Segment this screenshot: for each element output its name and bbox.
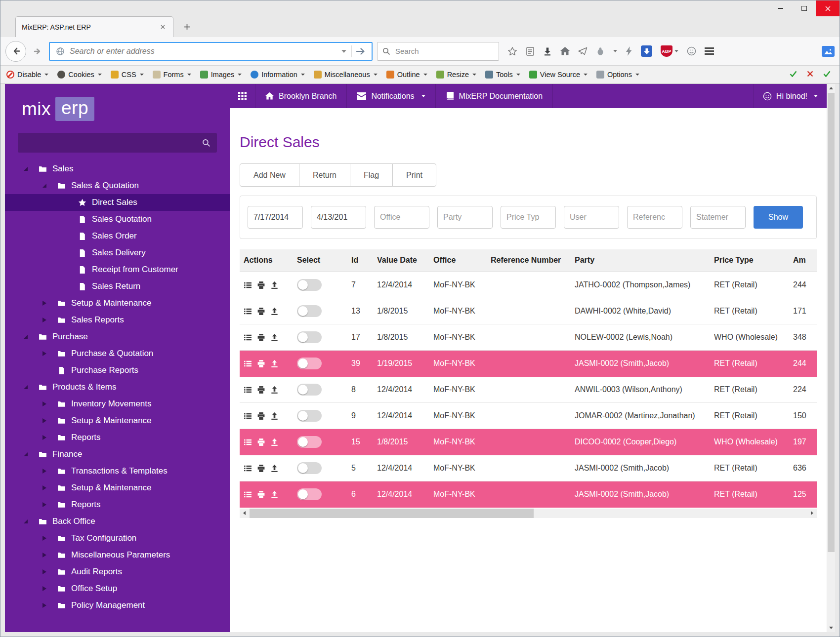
row-select-toggle[interactable] (297, 331, 322, 343)
row-select-toggle[interactable] (297, 384, 322, 396)
caret-expanded-icon[interactable] (24, 519, 39, 523)
row-select-toggle[interactable] (297, 279, 322, 291)
caret-collapsed-icon[interactable] (42, 603, 57, 608)
sidebar-item-setup-maintenance[interactable]: Setup & Maintenance (5, 295, 230, 312)
scroll-left-arrow[interactable] (240, 509, 249, 518)
action-button-print[interactable]: Print (392, 163, 436, 187)
to-date-input[interactable] (311, 206, 366, 229)
sidebar-item-sales-quotation[interactable]: Sales Quotation (5, 211, 230, 228)
caret-collapsed-icon[interactable] (42, 485, 57, 490)
devtool-images[interactable]: Images (200, 71, 242, 79)
table-row[interactable]: 712/4/2014MoF-NY-BKJATHO-0002 (Thompson,… (240, 272, 817, 298)
vertical-scroll-thumb[interactable] (828, 93, 835, 552)
filter-input-referenc[interactable] (627, 206, 682, 229)
show-button[interactable]: Show (754, 206, 803, 229)
sidebar-item-office-setup[interactable]: Office Setup (5, 580, 230, 597)
caret-collapsed-icon[interactable] (42, 435, 57, 440)
details-list-icon[interactable] (244, 281, 252, 289)
url-bar[interactable] (49, 42, 373, 61)
new-tab-button[interactable] (179, 19, 194, 34)
table-row[interactable]: 391/19/2015MoF-NY-BKJASMI-0002 (Smith,Ja… (240, 350, 817, 376)
devtool-outline[interactable]: Outline (386, 71, 427, 79)
caret-collapsed-icon[interactable] (42, 301, 57, 306)
user-menu[interactable]: Hi binod! (754, 84, 827, 108)
devtool-miscellaneous[interactable]: Miscellaneous (314, 71, 378, 79)
back-button[interactable] (5, 41, 26, 62)
url-dropdown-caret-icon[interactable] (341, 50, 346, 53)
caret-expanded-icon[interactable] (24, 167, 39, 171)
upload-icon[interactable] (270, 333, 279, 342)
menu-icon[interactable] (705, 47, 714, 55)
upload-icon[interactable] (270, 490, 279, 499)
caret-collapsed-icon[interactable] (42, 351, 57, 356)
upload-icon[interactable] (270, 464, 279, 473)
filter-input-office[interactable] (374, 206, 429, 229)
html-valid-check-icon[interactable] (823, 71, 831, 79)
table-row[interactable]: 131/8/2015MoF-NY-BKDAWHI-0002 (White,Dav… (240, 298, 817, 324)
details-list-icon[interactable] (244, 333, 252, 342)
print-icon[interactable] (257, 333, 265, 342)
upload-icon[interactable] (270, 386, 279, 394)
tab-close-icon[interactable] (159, 23, 167, 31)
sidebar-item-purchase[interactable]: Purchase (5, 328, 230, 345)
row-select-toggle[interactable] (297, 436, 322, 448)
upload-icon[interactable] (270, 359, 279, 368)
details-list-icon[interactable] (244, 386, 252, 394)
devtool-css[interactable]: CSS (111, 71, 144, 79)
sidebar-item-audit-reports[interactable]: Audit Reports (5, 563, 230, 580)
row-select-toggle[interactable] (297, 358, 322, 369)
print-icon[interactable] (257, 386, 265, 394)
sidebar-item-receipt-from-customer[interactable]: Receipt from Customer (5, 261, 230, 278)
caret-collapsed-icon[interactable] (42, 502, 57, 507)
action-button-add-new[interactable]: Add New (240, 163, 299, 187)
browser-tab[interactable]: MixERP: ASP.net ERP (15, 16, 173, 37)
print-icon[interactable] (257, 438, 265, 446)
reading-list-icon[interactable] (526, 46, 535, 56)
sidebar-search[interactable] (18, 133, 217, 153)
bookmark-star-icon[interactable] (507, 46, 517, 56)
sidebar-item-purchase-quotation[interactable]: Purchase & Quotation (5, 345, 230, 362)
details-list-icon[interactable] (244, 359, 252, 368)
share-icon[interactable] (578, 47, 588, 55)
details-list-icon[interactable] (244, 438, 252, 446)
forward-button[interactable] (31, 47, 44, 55)
details-list-icon[interactable] (244, 490, 252, 499)
firebug-icon[interactable] (596, 47, 605, 56)
from-date-input[interactable] (248, 206, 303, 229)
upload-icon[interactable] (270, 438, 279, 446)
sidebar-item-sales-quotation[interactable]: Sales & Quotation (5, 177, 230, 194)
adblockplus-button[interactable]: ABP (661, 45, 678, 57)
sidebar-item-tax-configuration[interactable]: Tax Configuration (5, 530, 230, 547)
site-identity-icon[interactable] (56, 47, 65, 56)
chat-smiley-icon[interactable] (687, 46, 696, 56)
row-select-toggle[interactable] (297, 462, 322, 474)
table-row[interactable]: 151/8/2015MoF-NY-BKDICOO-0002 (Cooper,Di… (240, 429, 817, 455)
sidebar-item-policy-management[interactable]: Policy Management (5, 597, 230, 614)
action-button-flag[interactable]: Flag (350, 163, 393, 187)
screenshot-icon[interactable] (822, 46, 835, 57)
sidebar-item-sales-order[interactable]: Sales Order (5, 228, 230, 244)
devtool-tools[interactable]: Tools (485, 71, 520, 79)
print-icon[interactable] (257, 412, 265, 420)
details-list-icon[interactable] (244, 464, 252, 473)
sidebar-item-reports[interactable]: Reports (5, 429, 230, 446)
sidebar-item-inventory-movements[interactable]: Inventory Movements (5, 396, 230, 412)
sidebar-item-back-office[interactable]: Back Office (5, 513, 230, 530)
sidebar-item-sales-delivery[interactable]: Sales Delivery (5, 244, 230, 261)
css-valid-check-icon[interactable] (790, 71, 797, 79)
caret-collapsed-icon[interactable] (42, 586, 57, 591)
url-input[interactable] (69, 46, 336, 56)
caret-expanded-icon[interactable] (24, 335, 39, 339)
caret-collapsed-icon[interactable] (42, 569, 57, 574)
js-error-icon[interactable] (807, 71, 813, 79)
filter-input-statemer[interactable] (690, 206, 746, 229)
filter-input-party[interactable] (437, 206, 493, 229)
filter-input-price-typ[interactable] (501, 206, 556, 229)
caret-collapsed-icon[interactable] (42, 318, 57, 322)
go-button[interactable] (352, 48, 370, 55)
sidebar-item-products-items[interactable]: Products & Items (5, 379, 230, 396)
devtool-information[interactable]: Information (251, 71, 305, 79)
adblockplus-caret-icon[interactable] (674, 50, 678, 52)
devtool-forms[interactable]: Forms (153, 71, 191, 79)
sidebar-item-direct-sales[interactable]: Direct Sales (5, 194, 230, 211)
